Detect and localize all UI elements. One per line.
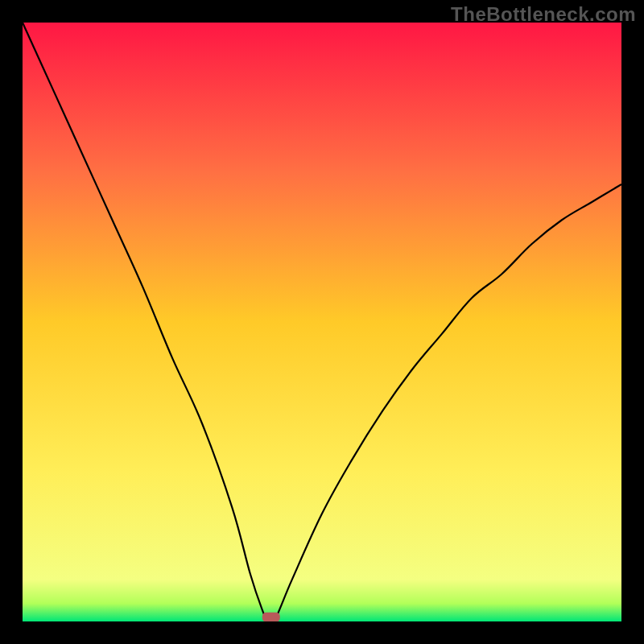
gradient-background <box>23 23 621 621</box>
chart-frame: TheBottleneck.com <box>0 0 644 644</box>
optimum-marker <box>262 613 280 621</box>
plot-area <box>23 23 621 621</box>
plot-svg <box>23 23 621 621</box>
